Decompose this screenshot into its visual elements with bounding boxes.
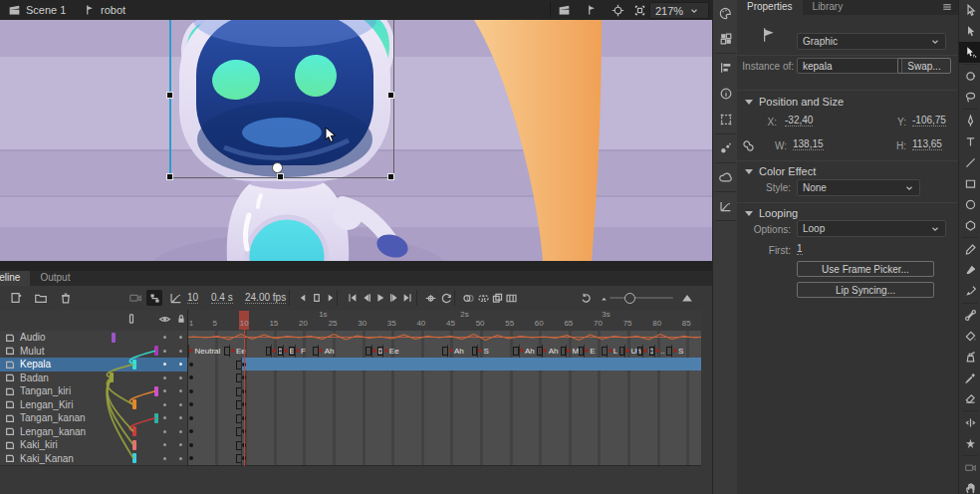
parent-view-button[interactable] xyxy=(146,290,162,306)
edit-symbol-button[interactable] xyxy=(586,0,598,20)
mouth-keyframe-dot[interactable] xyxy=(520,349,524,353)
frame-row-Lengan_kanan[interactable] xyxy=(188,425,701,440)
span-end-marker[interactable] xyxy=(278,347,284,356)
span-end-marker[interactable] xyxy=(561,347,567,356)
frame-rate-value[interactable]: 24.00 fps xyxy=(245,292,286,304)
mouth-keyframe-dot[interactable] xyxy=(478,349,482,353)
span-end-marker[interactable] xyxy=(666,347,672,356)
span-end-marker[interactable] xyxy=(637,347,643,356)
current-frame-value[interactable]: 10 xyxy=(187,292,198,304)
parent-marker[interactable] xyxy=(154,413,158,423)
parent-marker[interactable] xyxy=(154,386,158,396)
reset-zoom-button[interactable] xyxy=(578,290,594,306)
looping-section-header[interactable]: Looping xyxy=(745,207,798,219)
parent-marker[interactable] xyxy=(132,426,136,436)
tab-library[interactable]: Library xyxy=(803,0,854,15)
x-value[interactable]: -32,40 xyxy=(785,115,813,126)
info-icon[interactable] xyxy=(713,81,738,107)
layer-visibility-dot[interactable] xyxy=(163,350,166,353)
hand-tool[interactable] xyxy=(959,478,980,494)
pen-tool[interactable] xyxy=(959,111,980,131)
span-end-marker[interactable] xyxy=(377,347,383,356)
motion-editor-icon[interactable] xyxy=(713,193,738,219)
mouth-keyframe-dot[interactable] xyxy=(543,349,547,353)
span-end-marker[interactable] xyxy=(537,347,543,356)
frame-row-Mulut[interactable]: NeutralEeDEFAhDEeAhSAhAhMELUhD..S xyxy=(188,345,701,360)
asset-warp-tool[interactable] xyxy=(959,42,980,63)
keyframe-dot[interactable] xyxy=(189,456,193,460)
polystar-tool[interactable] xyxy=(959,215,980,236)
mouth-keyframe-dot[interactable] xyxy=(655,349,659,353)
timeline-zoom-slider-track[interactable] xyxy=(610,297,673,299)
parent-marker[interactable] xyxy=(132,399,136,409)
mouth-keyframe-dot[interactable] xyxy=(272,349,276,353)
layer-visibility-dot[interactable] xyxy=(163,457,166,460)
layer-visibility-dot[interactable] xyxy=(163,443,166,446)
layer-row-Lengan_Kiri[interactable]: Lengan_Kiri xyxy=(0,398,187,413)
span-end-marker[interactable] xyxy=(366,347,371,356)
rectangle-tool[interactable] xyxy=(959,173,980,194)
ink-bottle-tool[interactable] xyxy=(959,347,980,368)
first-frame-value[interactable]: 1 xyxy=(797,243,803,255)
paint-bucket-tool[interactable] xyxy=(959,326,980,347)
line-tool[interactable] xyxy=(959,152,980,173)
span-end-marker[interactable] xyxy=(602,347,608,356)
selection-handle-bm[interactable] xyxy=(277,173,284,180)
subselection-tool[interactable] xyxy=(959,0,980,21)
panel-menu-icon[interactable] xyxy=(941,1,953,13)
tab-output[interactable]: Output xyxy=(30,271,80,286)
span-end-marker[interactable] xyxy=(619,347,625,356)
selection-handle-bl[interactable] xyxy=(166,173,173,180)
layer-lock-dot[interactable] xyxy=(179,430,182,433)
creative-cloud-icon[interactable] xyxy=(713,164,738,190)
layer-lock-dot[interactable] xyxy=(179,350,182,353)
keyframe-dot[interactable] xyxy=(189,389,193,393)
mouth-keyframe-dot[interactable] xyxy=(643,349,647,353)
lasso-tool[interactable] xyxy=(959,87,980,108)
pencil-tool[interactable] xyxy=(959,239,980,260)
color-style-select[interactable]: None xyxy=(797,179,920,196)
h-value[interactable]: 113,65 xyxy=(912,138,942,150)
transform-icon[interactable] xyxy=(713,107,738,132)
layer-lock-dot[interactable] xyxy=(179,363,182,366)
keyframe-dot[interactable] xyxy=(189,375,193,379)
span-end-marker[interactable] xyxy=(649,347,655,356)
scene-breadcrumb[interactable]: Scene 1 xyxy=(8,0,66,20)
color-effect-section-header[interactable]: Color Effect xyxy=(745,165,816,177)
clip-content-button[interactable] xyxy=(633,0,646,20)
transformation-point[interactable] xyxy=(272,162,283,173)
layer-row-Kepala[interactable]: Kepala xyxy=(0,358,187,372)
layer-row-Lengan_kanan[interactable]: Lengan_kanan xyxy=(0,425,187,440)
layer-row-Tangan_kanan[interactable]: Tangan_kanan xyxy=(0,411,187,426)
layer-visibility-dot[interactable] xyxy=(163,430,166,433)
layer-visibility-dot[interactable] xyxy=(163,403,166,406)
span-end-marker[interactable] xyxy=(289,347,295,356)
stage-canvas[interactable] xyxy=(0,20,712,261)
eraser-tool[interactable] xyxy=(959,388,980,409)
frame-row-Lengan_Kiri[interactable] xyxy=(188,398,701,413)
layer-row-Badan[interactable]: Badan xyxy=(0,371,187,386)
span-end-marker[interactable] xyxy=(579,347,585,356)
layer-visibility-dot[interactable] xyxy=(163,416,166,419)
parent-marker[interactable] xyxy=(154,346,158,356)
layer-visibility-dot[interactable] xyxy=(163,336,166,339)
symbol-behavior-select[interactable]: Graphic xyxy=(797,33,946,50)
layer-visibility-dot[interactable] xyxy=(163,363,166,366)
span-end-marker[interactable] xyxy=(224,347,230,356)
parent-marker[interactable] xyxy=(132,453,136,463)
keyframe-dot[interactable] xyxy=(189,429,193,433)
elapsed-time-value[interactable]: 0.4 s xyxy=(211,292,233,304)
parent-marker[interactable] xyxy=(112,333,116,343)
layer-row-Kaki_Kanan[interactable]: Kaki_Kanan xyxy=(0,452,187,467)
swap-button[interactable]: Swap... xyxy=(897,58,951,74)
tab-properties[interactable]: Properties xyxy=(737,0,803,15)
keyframe-dot[interactable] xyxy=(189,402,193,406)
mouth-keyframe-dot[interactable] xyxy=(319,349,323,353)
selection-bounding-box[interactable] xyxy=(169,20,394,178)
mouth-keyframe-dot[interactable] xyxy=(673,349,677,353)
zoom-out-tri-button[interactable] xyxy=(596,290,612,306)
frame-row-Kaki_Kanan[interactable] xyxy=(188,452,701,467)
frame-row-Tangan_kanan[interactable] xyxy=(188,411,701,426)
show-hide-all-eye-icon[interactable] xyxy=(158,313,171,326)
motion-editor-button[interactable] xyxy=(167,290,183,306)
